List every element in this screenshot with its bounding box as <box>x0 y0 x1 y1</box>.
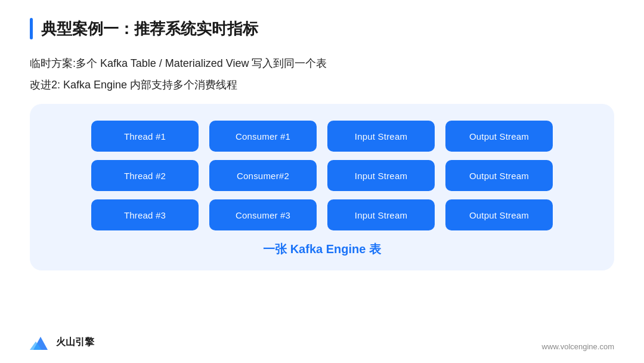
output-stream3-button[interactable]: Output Stream <box>445 199 553 230</box>
output-stream2-button[interactable]: Output Stream <box>445 160 553 191</box>
thread3-button[interactable]: Thread #3 <box>91 199 199 230</box>
consumer1-button[interactable]: Consumer #1 <box>209 121 317 152</box>
input-stream3-button[interactable]: Input Stream <box>327 199 435 230</box>
website-url: www.volcengine.com <box>542 342 614 351</box>
grid-row-3: Thread #3 Consumer #3 Input Stream Outpu… <box>51 199 593 230</box>
page-container: 典型案例一：推荐系统实时指标 临时方案:多个 Kafka Table / Mat… <box>0 0 644 363</box>
grid-row-2: Thread #2 Consumer#2 Input Stream Output… <box>51 160 593 191</box>
input-stream1-button[interactable]: Input Stream <box>327 121 435 152</box>
thread2-button[interactable]: Thread #2 <box>91 160 199 191</box>
output-stream1-button[interactable]: Output Stream <box>445 121 553 152</box>
subtitle1: 临时方案:多个 Kafka Table / Materialized View … <box>30 56 614 70</box>
grid-rows: Thread #1 Consumer #1 Input Stream Outpu… <box>51 121 593 230</box>
subtitle2: 改进2: Kafka Engine 内部支持多个消费线程 <box>30 78 614 92</box>
consumer2-button[interactable]: Consumer#2 <box>209 160 317 191</box>
diagram-container: Thread #1 Consumer #1 Input Stream Outpu… <box>30 104 614 270</box>
consumer3-button[interactable]: Consumer #3 <box>209 199 317 230</box>
grid-row-1: Thread #1 Consumer #1 Input Stream Outpu… <box>51 121 593 152</box>
logo-area: 火山引擎 <box>30 333 94 351</box>
logo-mountain-icon <box>30 333 51 351</box>
title-bar-decoration <box>30 18 33 39</box>
diagram-footer: 一张 Kafka Engine 表 <box>263 241 381 257</box>
title-row: 典型案例一：推荐系统实时指标 <box>30 18 614 39</box>
logo-text: 火山引擎 <box>56 336 94 349</box>
input-stream2-button[interactable]: Input Stream <box>327 160 435 191</box>
thread1-button[interactable]: Thread #1 <box>91 121 199 152</box>
page-title: 典型案例一：推荐系统实时指标 <box>41 19 258 39</box>
